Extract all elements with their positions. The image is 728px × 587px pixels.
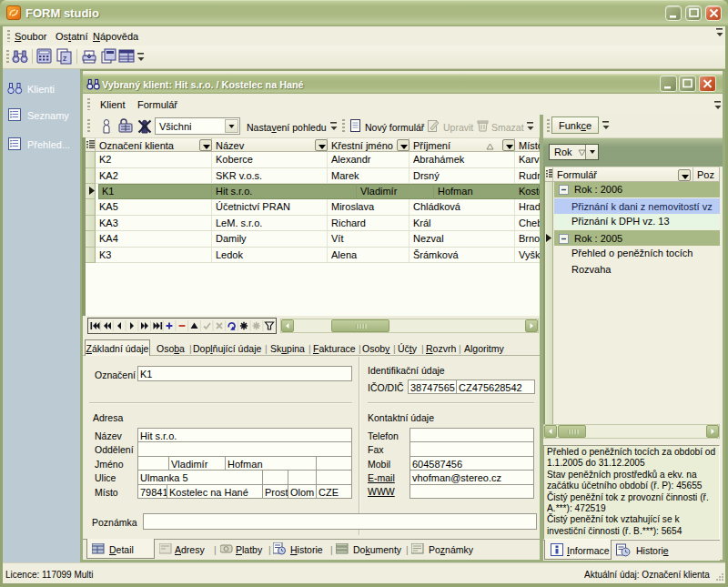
svg-text:z: z <box>63 54 67 63</box>
